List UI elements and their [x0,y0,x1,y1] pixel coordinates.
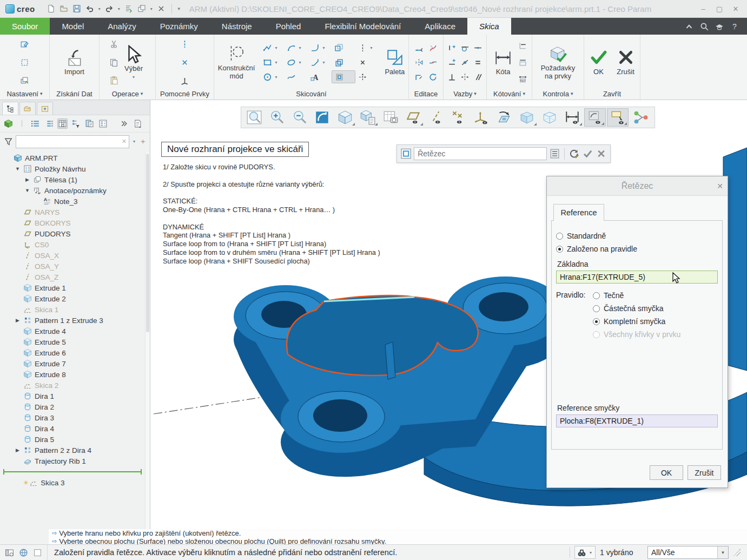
tree-item-extrude-4[interactable]: Extrude 4 [0,326,144,337]
add-filter-icon[interactable]: ＋ [139,137,147,147]
divide-icon[interactable] [428,57,438,68]
paste-icon[interactable] [109,75,119,85]
reference-dimension-icon[interactable]: REF [518,74,528,84]
cancel2-icon[interactable] [596,148,607,160]
plane-display-button[interactable] [402,108,424,127]
dynamic-trim-icon[interactable] [428,43,438,53]
tab-anal-zy[interactable]: Analýzy [96,18,148,35]
diagnostics-button[interactable] [630,108,651,127]
tab-model[interactable]: Model [50,18,96,35]
tree-item-dira-1[interactable]: Dira 1 [0,391,144,401]
tree-item-t-lesa-1-[interactable]: ▶Tělesa (1) [0,174,144,185]
tree-item-dira-3[interactable]: Dira 3 [0,412,144,423]
expander-closed-icon[interactable]: ▶ [14,318,21,323]
annotation-display-button[interactable] [607,108,629,127]
tree-item-bokorys[interactable]: BOKORYS [0,218,144,228]
parallel-constraint-icon[interactable] [473,72,483,82]
ellipse-dropdown-arrow[interactable]: ▾ [297,60,302,65]
radio-checked-icon[interactable] [593,318,600,325]
radio-unchecked-icon[interactable] [593,292,600,299]
new-file-icon[interactable] [45,3,57,15]
cancel-ribbon-button[interactable]: Zrušit [613,47,638,77]
display-style-button[interactable] [516,108,538,127]
radio-checked-icon[interactable] [556,246,563,253]
tab-pohled[interactable]: Pohled [264,18,313,35]
repaint-button[interactable] [312,108,333,127]
text-tool[interactable]: A [308,70,332,83]
import-button[interactable]: Import [61,47,88,77]
csys-display-button[interactable] [471,108,492,127]
expander-closed-icon[interactable]: ▶ [14,447,21,453]
open-file-icon[interactable] [58,3,70,15]
corner-icon[interactable] [414,72,424,82]
tree-item-pudorys[interactable]: PUDORYS [0,228,144,239]
chain-name-input[interactable] [414,147,546,160]
tree-list-icon[interactable] [98,118,108,129]
tree-item-skica-1[interactable]: Skica 1 [0,304,144,315]
tree-item-pattern-1-z-extrude-3[interactable]: ▶Pattern 1 z Extrude 3 [0,315,144,326]
arc-dropdown-arrow[interactable]: ▾ [297,45,302,50]
help-icon[interactable]: ? [730,22,739,31]
grid-settings-icon[interactable] [19,39,30,49]
point-on-entity-icon[interactable] [460,57,470,68]
undo-icon[interactable] [84,3,96,15]
centerline2-dropdown-arrow[interactable]: ▾ [368,45,374,50]
chain-list-icon[interactable] [549,148,560,160]
line-dropdown-arrow[interactable]: ▾ [273,45,279,50]
standard-views-button[interactable] [334,108,356,127]
anchor-option-standardn-[interactable]: Standardně [556,229,718,242]
zoom-in-button[interactable] [266,108,288,127]
hide-tree-panel-icon[interactable] [4,548,14,558]
close-window-icon[interactable] [155,3,167,15]
find-button[interactable]: ▾ [574,546,596,559]
collapse-ribbon-icon[interactable] [684,22,694,31]
tree-item-osa-x[interactable]: OSA_X [0,250,144,261]
switch-direction-icon[interactable] [568,148,580,160]
radio-unchecked-icon[interactable] [593,305,600,312]
sketch-display-button[interactable] [584,108,606,127]
tree-item-osa-y[interactable]: OSA_Y [0,261,144,272]
tree-item-extrude-7[interactable]: Extrude 7 [0,358,144,369]
view-manager-button[interactable] [357,108,379,127]
tree-item-extrude-5[interactable]: Extrude 5 [0,337,144,347]
tree-copy-icon[interactable] [84,118,95,129]
tree-item-trajectory-rib-1[interactable]: Trajectory Rib 1 [0,456,144,466]
pozadavky-button[interactable]: Požadavky na prvky [534,43,581,82]
group-label-kontrola[interactable]: Kontrola [532,88,584,100]
reference-smycky-field[interactable]: Plocha:F8(EXTRUDE_1) [556,414,718,427]
tree-scrollbar[interactable] [145,153,150,544]
tree-item-extrude-6[interactable]: Extrude 6 [0,347,144,358]
group-label-kotovani[interactable]: Kótování [487,88,532,100]
datum-csys-icon[interactable] [180,75,190,85]
circle-tool[interactable]: ▾ [260,70,284,83]
tab-pozn-mky[interactable]: Poznámky [148,18,210,35]
ellipse-tool[interactable]: ▾ [284,56,308,69]
chain-dialog-titlebar[interactable]: Řetězec ✕ [547,176,728,196]
tree-item-polo-ky-n-vrhu[interactable]: ▼Položky Návrhu [0,163,144,174]
tree-item-extrude-1[interactable]: Extrude 1 [0,282,144,293]
group-label-vazby[interactable]: Vazby [444,88,486,100]
capture-button[interactable] [380,108,401,127]
tree-settings-doc-icon[interactable] [133,118,143,129]
folder-browser-tab[interactable] [19,102,36,115]
clear-filter-icon[interactable]: ✕ [122,138,127,145]
fillet-tool[interactable]: ▾ [308,41,332,54]
model-tree-show-icon[interactable] [3,118,14,129]
filter-dropdown-arrow[interactable]: ▾ [131,139,137,144]
insert-here-indicator[interactable] [2,467,142,476]
offset-thicken-tool[interactable] [332,56,355,69]
ok-button[interactable]: OK [586,47,611,77]
datum-point-icon[interactable] [180,57,190,68]
centerline2-tool[interactable]: ▾ [355,41,379,54]
display-style-transparent-button[interactable] [539,108,560,127]
point-display-button[interactable] [448,108,470,127]
line-tool[interactable]: ▾ [260,41,284,54]
arc-tool[interactable]: ▾ [284,41,308,54]
tab-n-stroje[interactable]: Nástroje [210,18,264,35]
symmetric-constraint-icon[interactable] [460,72,470,82]
windows-dropdown-arrow[interactable]: ▾ [149,6,154,11]
tree-item-arm-prt[interactable]: ARM.PRT [0,153,144,163]
vyber-dropdown-arrow[interactable]: ▾ [131,75,136,80]
move-resize-tool[interactable] [355,70,379,83]
tab-aplikace[interactable]: Aplikace [413,18,467,35]
